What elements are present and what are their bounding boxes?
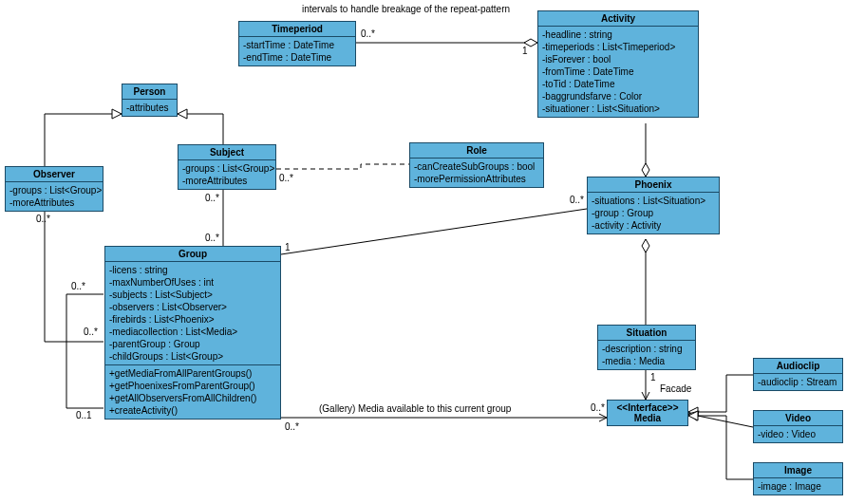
attr: -audioclip : Stream [758, 376, 838, 388]
attr: -observers : List<Observer> [109, 301, 276, 313]
class-title: Audioclip [754, 359, 842, 374]
label-facade: Facade [660, 383, 691, 394]
class-title: Situation [598, 326, 695, 341]
attr: -groups : List<Group> [182, 162, 272, 175]
attr: -media : Media [602, 355, 691, 367]
attr: -toTid : DateTime [542, 78, 694, 90]
stereotype: <<Interface>> [611, 402, 684, 413]
mult-self-top: 0..* [71, 281, 85, 291]
attr: -baggrundsfarve : Color [542, 90, 694, 103]
mult-subj-b: 0..* [205, 233, 219, 243]
class-attrs: -situations : List<Situation> -group : G… [588, 193, 719, 233]
class-title: Group [105, 247, 280, 262]
attr: -fromTime : DateTime [542, 65, 694, 78]
attr: -childGroups : List<Group> [109, 350, 276, 363]
attr: -mediacollection : List<Media> [109, 326, 276, 338]
class-title: Role [410, 143, 543, 159]
svg-line-5 [281, 209, 587, 254]
mult-group-media: 0..* [285, 421, 299, 432]
attr: -moreAttributes [182, 175, 272, 187]
op: +getMediaFromAllParentGroups() [109, 367, 276, 380]
class-role: Role -canCreateSubGroups : bool -morePer… [409, 142, 544, 188]
class-title: Image [754, 463, 842, 478]
uml-canvas: intervals to handle breakage of the repe… [0, 0, 846, 504]
attr: -moreAttributes [9, 196, 99, 209]
attr: -situationer : List<Situation> [542, 103, 694, 115]
attr: -startTime : DateTime [243, 39, 351, 51]
mult-timeperiod: 0..* [361, 28, 375, 39]
attr: -firebirds : List<Phoenix> [109, 313, 276, 326]
attr: -isForever : bool [542, 53, 694, 65]
class-title: <<Interface>> Media [608, 401, 687, 425]
attr: -headline : string [542, 28, 694, 41]
attr: -parentGroup : Group [109, 338, 276, 350]
class-attrs: -startTime : DateTime -endTime : DateTim… [239, 37, 355, 65]
class-phoenix: Phoenix -situations : List<Situation> -g… [587, 177, 720, 234]
class-attrs: -groups : List<Group> -moreAttributes [6, 182, 103, 211]
mult-subj-role: 0..* [279, 173, 293, 183]
class-audioclip: Audioclip -audioclip : Stream [753, 358, 843, 391]
mult-phoenix: 0..* [570, 195, 584, 205]
attr: -groups : List<Group> [9, 184, 99, 196]
class-attrs: -canCreateSubGroups : bool -morePermissi… [410, 159, 543, 187]
class-group: Group -licens : string -maxNumberOfUses … [104, 246, 281, 420]
class-attrs: -headline : string -timeperiods : List<T… [538, 27, 698, 117]
class-image: Image -image : Image [753, 462, 843, 495]
attr: -group : Group [592, 207, 715, 219]
attr: -situations : List<Situation> [592, 195, 715, 207]
class-video: Video -video : Video [753, 410, 843, 443]
attr: -image : Image [758, 480, 838, 493]
class-title: Person [122, 84, 177, 100]
attr: -licens : string [109, 264, 276, 276]
attr: -subjects : List<Subject> [109, 289, 276, 301]
op: +getPhoenixesFromParentGroup() [109, 380, 276, 392]
op: +createActivity() [109, 404, 276, 417]
class-title: Phoenix [588, 177, 719, 193]
class-attrs: -description : string -media : Media [598, 341, 695, 369]
class-title: Timeperiod [239, 22, 355, 37]
attr: -endTime : DateTime [243, 51, 351, 64]
class-attrs: -groups : List<Group> -moreAttributes [179, 160, 275, 189]
attr: -video : Video [758, 428, 838, 440]
attr: -timeperiods : List<Timeperiod> [542, 41, 694, 53]
op: +getAllObserversFromAllChildren() [109, 392, 276, 404]
class-attrs: -licens : string -maxNumberOfUses : int … [105, 262, 280, 365]
class-subject: Subject -groups : List<Group> -moreAttri… [178, 144, 276, 190]
svg-line-7 [688, 414, 753, 427]
mult-subj-a: 0..* [205, 193, 219, 203]
class-title: Video [754, 411, 842, 426]
class-attrs: -video : Video [754, 426, 842, 442]
class-attrs: -image : Image [754, 478, 842, 495]
mult-self-bot: 0..1 [76, 410, 92, 420]
attr: -canCreateSubGroups : bool [414, 160, 539, 173]
attr: -description : string [602, 343, 691, 355]
class-attrs: -attributes [122, 100, 177, 116]
attr: -activity : Activity [592, 219, 715, 232]
attr: -morePermissionAttributes [414, 173, 539, 185]
class-title: Subject [179, 145, 275, 160]
class-name: Media [634, 413, 661, 423]
class-person: Person -attributes [122, 84, 178, 117]
class-observer: Observer -groups : List<Group> -moreAttr… [5, 166, 103, 212]
mult-group-1: 1 [285, 242, 291, 252]
attr: -attributes [126, 102, 173, 114]
class-title: Activity [538, 11, 698, 27]
note-intervals: intervals to handle breakage of the repe… [302, 4, 510, 14]
class-attrs: -audioclip : Stream [754, 374, 842, 390]
mult-obs-a: 0..* [36, 214, 50, 224]
mult-media-in: 0..* [591, 402, 605, 413]
attr: -maxNumberOfUses : int [109, 276, 276, 289]
mult-sit-1: 1 [650, 372, 656, 383]
mult-obs-b: 0..* [84, 327, 98, 337]
class-ops: +getMediaFromAllParentGroups() +getPhoen… [105, 365, 280, 419]
class-situation: Situation -description : string -media :… [597, 325, 696, 370]
class-media: <<Interface>> Media [607, 400, 688, 426]
note-gallery: (Gallery) Media available to this curren… [319, 403, 511, 414]
mult-activity-1: 1 [522, 46, 528, 56]
class-activity: Activity -headline : string -timeperiods… [537, 10, 699, 118]
class-title: Observer [6, 167, 103, 182]
class-timeperiod: Timeperiod -startTime : DateTime -endTim… [238, 21, 356, 66]
